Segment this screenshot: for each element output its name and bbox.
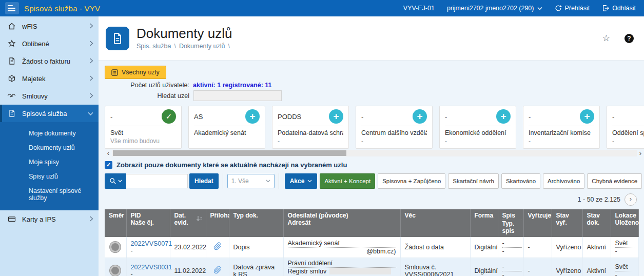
paperclip-icon[interactable] bbox=[213, 242, 222, 250]
status-filter-chybna-evidence[interactable]: Chybná evidence bbox=[587, 173, 642, 189]
sidebar: wFIS Oblíbené Žádost o fakturu Majetek S bbox=[0, 16, 99, 276]
sidebar-item-smlouvy[interactable]: Smlouvy bbox=[0, 87, 99, 105]
scrollbar-track[interactable] bbox=[112, 150, 637, 156]
scrollbar-thumb[interactable] bbox=[113, 150, 346, 156]
chevron-right-icon bbox=[89, 75, 93, 83]
sidebar-item-spisova-sluzba[interactable]: Spisová služba bbox=[0, 105, 99, 122]
scroll-left-icon[interactable]: ‹ bbox=[105, 150, 112, 156]
handshake-icon bbox=[7, 92, 16, 100]
submenu-item-spisy-uzlu[interactable]: Spisy uzlů bbox=[0, 169, 99, 184]
documents-table: Směr PID Naše čj. Dat. evid. Příloha Typ… bbox=[105, 209, 639, 276]
list-icon bbox=[111, 69, 118, 76]
search-button[interactable]: Hledat bbox=[189, 173, 219, 189]
node-card[interactable]: -+ Oddělení spisové služ - bbox=[607, 106, 644, 149]
sort-descending-icon bbox=[196, 215, 203, 223]
col-header-typ-dok: Typ dok. bbox=[229, 209, 283, 237]
breadcrumb-item[interactable]: Spis. služba bbox=[136, 43, 171, 50]
invoice-icon bbox=[7, 57, 16, 65]
home-icon bbox=[7, 22, 16, 30]
page-header: Dokumenty uzlů Spis. služba\Dokumenty uz… bbox=[99, 16, 644, 61]
col-header-stav-vyr: Stav vyř. bbox=[552, 209, 582, 237]
submenu-item-moje-spisy[interactable]: Moje spisy bbox=[0, 155, 99, 169]
col-header-priloha: Příloha bbox=[206, 209, 229, 237]
app-title: Spisová služba - VYV bbox=[24, 4, 100, 13]
node-card[interactable]: -+ Inventarizační komise - bbox=[523, 106, 600, 149]
status-filter-skartacni-navrh[interactable]: Skartační návrh bbox=[448, 173, 499, 189]
node-count-value: aktivní: 1 registrované: 11 bbox=[193, 82, 272, 89]
node-card[interactable]: PODDS+ Podatelna-datová schránka - bbox=[272, 106, 349, 149]
help-icon[interactable]: ? bbox=[625, 34, 634, 43]
paperclip-icon[interactable] bbox=[213, 266, 222, 274]
chevron-down-icon bbox=[88, 110, 93, 117]
document-icon bbox=[7, 109, 16, 117]
node-card[interactable]: -+ Ekonomické oddělení - bbox=[439, 106, 516, 149]
add-node-icon[interactable]: + bbox=[245, 109, 260, 124]
show-only-label: Zobrazit pouze dokumenty které se aktuál… bbox=[116, 161, 347, 169]
all-nodes-button[interactable]: Všechny uzly bbox=[105, 66, 166, 79]
status-filter-spisovna-zapujceno[interactable]: Spisovna + Zapůjčeno bbox=[378, 173, 445, 189]
col-header-lokace: Lokace Uloženo bbox=[611, 209, 638, 237]
direction-icon bbox=[110, 265, 121, 276]
page-document-icon bbox=[106, 27, 129, 50]
status-filter-aktivni-koncept[interactable]: Aktivní + Koncept bbox=[320, 173, 375, 189]
search-icon bbox=[109, 178, 116, 185]
search-mode-button[interactable] bbox=[105, 173, 126, 189]
relogin-button[interactable]: Přehlásit bbox=[555, 5, 590, 12]
col-header-odesilatel: Odesílatel (původce) Adresát bbox=[283, 209, 400, 237]
pid-link[interactable]: 2022VVS0031 bbox=[131, 264, 172, 271]
sidebar-item-karty-a-ips[interactable]: Karty a IPS bbox=[0, 210, 99, 228]
add-node-icon[interactable]: + bbox=[329, 109, 343, 124]
add-node-icon[interactable]: + bbox=[496, 109, 511, 124]
pid-link[interactable]: 2022VVS0071 bbox=[131, 240, 172, 247]
filter-toolbar: Hledat 1. Vše Akce Aktivní + Koncept Spi… bbox=[105, 173, 644, 189]
sidebar-item-wfis[interactable]: wFIS bbox=[0, 17, 99, 35]
view-select[interactable]: 1. Vše bbox=[227, 174, 275, 188]
status-filter-skartovano[interactable]: Skartováno bbox=[501, 173, 540, 189]
add-node-icon[interactable]: + bbox=[580, 109, 594, 124]
node-cards-strip: -✓ Svět Vše mimo budovu AS+ Akademický s… bbox=[105, 106, 644, 149]
node-card[interactable]: -✓ Svět Vše mimo budovu bbox=[105, 106, 182, 149]
station-code: VYV-EJ-01 bbox=[403, 5, 435, 12]
add-node-icon[interactable]: + bbox=[413, 109, 427, 124]
breadcrumb-item[interactable]: Dokumenty uzlů bbox=[179, 43, 225, 50]
star-icon bbox=[7, 40, 16, 48]
user-name: prijmeni2702 jmeno2702 (290) bbox=[447, 5, 534, 12]
submenu-item-nastaveni-spisove-sluzby[interactable]: Nastavení spisové služby bbox=[0, 184, 99, 205]
scroll-right-icon[interactable]: › bbox=[637, 150, 644, 156]
actions-button[interactable]: Akce bbox=[285, 173, 318, 189]
node-card[interactable]: -+ Centrum dalšího vzdělávání - bbox=[356, 106, 433, 149]
sidebar-item-majetek[interactable]: Majetek bbox=[0, 70, 99, 87]
chevron-right-icon bbox=[89, 23, 93, 30]
sidebar-item-zadost-o-fakturu[interactable]: Žádost o fakturu bbox=[0, 52, 99, 70]
col-header-vec: Věc bbox=[400, 209, 470, 237]
top-bar: Spisová služba - VYV VYV-EJ-01 prijmeni2… bbox=[0, 0, 644, 16]
document-search-input[interactable] bbox=[126, 174, 188, 188]
logout-button[interactable]: Odhlásit bbox=[602, 5, 636, 12]
favorite-star-icon[interactable]: ☆ bbox=[602, 33, 610, 44]
col-header-vyrizuje: Vyřizuje bbox=[523, 209, 552, 237]
redacted-text bbox=[329, 268, 391, 274]
user-menu[interactable]: prijmeni2702 jmeno2702 (290) bbox=[447, 5, 542, 12]
col-header-smer: Směr bbox=[105, 209, 126, 237]
col-header-stav-dok: Stav dok. bbox=[582, 209, 611, 237]
col-header-spis: SpisTyp. spis bbox=[498, 209, 523, 237]
refresh-icon bbox=[555, 5, 562, 12]
table-row[interactable]: 2022VVS0071- 23.02.2022 Dopis Akademický… bbox=[105, 237, 638, 258]
logout-icon bbox=[602, 5, 609, 12]
selected-check-icon[interactable]: ✓ bbox=[162, 109, 176, 124]
app-window: Spisová služba - VYV VYV-EJ-01 prijmeni2… bbox=[0, 0, 644, 276]
pagination-info: 1 - 50 ze 2.125 bbox=[578, 196, 620, 203]
sidebar-submenu: Moje dokumenty Dokumenty uzlů Moje spisy… bbox=[0, 122, 99, 210]
show-only-checkbox[interactable]: ✓ bbox=[105, 161, 112, 169]
next-page-button[interactable]: › bbox=[625, 193, 637, 206]
node-search-input[interactable] bbox=[193, 90, 282, 101]
submenu-item-moje-dokumenty[interactable]: Moje dokumenty bbox=[0, 126, 99, 141]
hamburger-menu-icon[interactable] bbox=[5, 2, 19, 14]
sidebar-item-oblibene[interactable]: Oblíbené bbox=[0, 35, 99, 52]
table-row[interactable]: 2022VVS0031- 11.02.2022 Datová zpráva k … bbox=[105, 258, 638, 276]
submenu-item-dokumenty-uzlu[interactable]: Dokumenty uzlů bbox=[0, 141, 99, 155]
chevron-down-icon bbox=[266, 180, 270, 183]
node-card[interactable]: AS+ Akademický senát bbox=[188, 106, 265, 149]
col-header-dat-evid[interactable]: Dat. evid. bbox=[170, 209, 206, 237]
status-filter-archivovano[interactable]: Archivováno bbox=[543, 173, 584, 189]
